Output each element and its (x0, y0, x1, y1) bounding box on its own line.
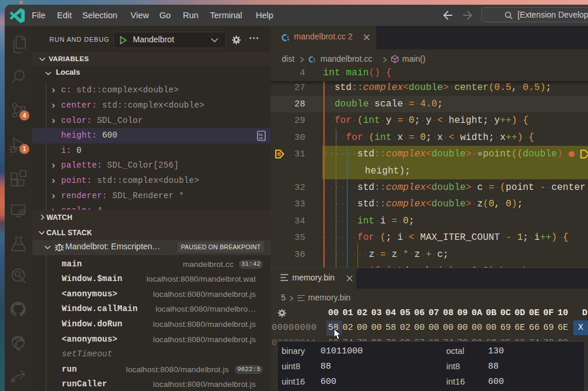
svg-text:10: 10 (259, 136, 263, 141)
